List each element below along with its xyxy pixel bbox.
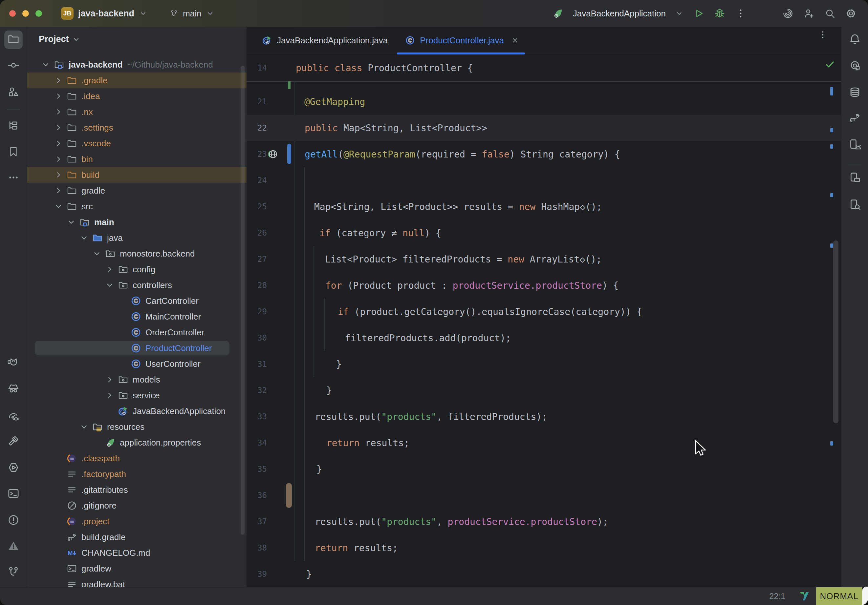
chevron-down-icon[interactable]: [79, 421, 90, 432]
chevron-down-icon[interactable]: [66, 217, 77, 228]
code-line-39[interactable]: 39 }: [246, 561, 841, 587]
notifications-bell-button[interactable]: [846, 31, 864, 49]
code-line-21[interactable]: 21 @GetMapping: [246, 88, 841, 115]
tree-item-gradlew.bat[interactable]: gradlew.bat: [27, 576, 246, 587]
tree-item-.nx[interactable]: .nx: [27, 104, 246, 120]
tree-item-MainController[interactable]: C MainController: [27, 309, 246, 325]
code-line-22[interactable]: 22 public Map<String, List<Product>>: [246, 115, 841, 141]
gutter[interactable]: 35: [246, 456, 296, 482]
code-line-28[interactable]: 28 for (Product product : productService…: [246, 272, 841, 299]
profiler-tool-button[interactable]: [4, 407, 23, 426]
settings-gear-icon[interactable]: [845, 8, 857, 19]
chevron-right-icon[interactable]: [53, 185, 64, 196]
code-line-36[interactable]: 36: [246, 482, 841, 509]
code-line-34[interactable]: 34 return results;: [246, 430, 841, 456]
structure-tool-button[interactable]: [4, 84, 23, 102]
chevron-down-icon[interactable]: [71, 35, 81, 44]
gradle-tool-button[interactable]: [846, 109, 864, 128]
gutter[interactable]: 21: [246, 88, 296, 115]
device-manager-button[interactable]: [846, 136, 864, 154]
code-with-me-add-user-icon[interactable]: [803, 8, 815, 19]
tree-item-bin[interactable]: bin: [27, 151, 246, 167]
ideavim-icon[interactable]: [798, 590, 810, 602]
code-line-37[interactable]: 37 results.put("products", productServic…: [246, 509, 841, 535]
gutter[interactable]: 22: [246, 115, 296, 141]
code-viewport[interactable]: 21 @GetMapping 22 public Map<String, Lis…: [246, 81, 841, 587]
more-tools-button[interactable]: [4, 169, 23, 187]
tree-item-java[interactable]: java: [27, 230, 246, 246]
code-line-23[interactable]: 23 getAll(@RequestParam(required = false…: [246, 141, 841, 167]
project-panel-title[interactable]: Project: [39, 34, 69, 44]
code-line-30[interactable]: 30 filteredProducts.add(product);: [246, 325, 841, 351]
code-line-29[interactable]: 29 if (product.getCategory().equalsIgnor…: [246, 299, 841, 325]
ai-assistant-icon[interactable]: [782, 8, 794, 19]
chevron-right-icon[interactable]: [53, 169, 64, 181]
tree-item-JavaBackendApplication[interactable]: JavaBackendApplication: [27, 403, 246, 419]
error-stripe-mark[interactable]: [830, 193, 833, 197]
tree-item-.idea[interactable]: .idea: [27, 88, 246, 104]
ai-assistant-chat-button[interactable]: [846, 57, 864, 76]
terminal-tool-button[interactable]: [4, 485, 23, 503]
error-stripe-mark[interactable]: [830, 87, 833, 96]
chevron-down-icon[interactable]: [91, 248, 102, 259]
gutter[interactable]: 32: [246, 377, 296, 404]
device-explorer-button[interactable]: [846, 196, 864, 214]
tree-item-gradle[interactable]: gradle: [27, 183, 246, 198]
tree-item-.settings[interactable]: .settings: [27, 120, 246, 136]
tree-item-.project[interactable]: .project: [27, 514, 246, 529]
tree-item-OrderController[interactable]: C OrderController: [27, 325, 246, 340]
tree-item-models[interactable]: models: [27, 372, 246, 387]
chevron-right-icon[interactable]: [53, 122, 64, 133]
tree-item-ProductController[interactable]: C ProductController: [27, 340, 246, 356]
tree-item-.vscode[interactable]: .vscode: [27, 136, 246, 151]
hierarchy-tool-button[interactable]: [4, 117, 23, 135]
warnings-tool-button[interactable]: [4, 537, 23, 556]
chevron-right-icon[interactable]: [53, 153, 64, 165]
problems-tool-button[interactable]: [4, 512, 23, 530]
chevron-down-icon[interactable]: [79, 232, 90, 243]
gutter[interactable]: 29: [246, 299, 296, 325]
code-line-35[interactable]: 35 }: [246, 456, 841, 482]
tree-item-build[interactable]: build: [27, 167, 246, 183]
tree-item-config[interactable]: config: [27, 261, 246, 277]
incognito-tool-button[interactable]: [4, 380, 23, 398]
chevron-right-icon[interactable]: [53, 106, 64, 118]
chevron-right-icon[interactable]: [53, 75, 64, 86]
tree-item-CartController[interactable]: C CartController: [27, 293, 246, 309]
inspections-ok-checkmark-icon[interactable]: [824, 59, 836, 70]
chevron-right-icon[interactable]: [104, 390, 115, 401]
rest-endpoint-globe-icon[interactable]: [267, 148, 279, 160]
error-stripe-mark[interactable]: [830, 243, 833, 248]
chevron-right-icon[interactable]: [104, 264, 115, 275]
github-copilot-cat-button[interactable]: [4, 354, 23, 373]
error-stripe-mark[interactable]: [830, 144, 833, 149]
gutter[interactable]: 26: [246, 220, 296, 246]
chevron-down-icon[interactable]: [53, 201, 64, 212]
vim-mode-badge[interactable]: NORMAL: [816, 587, 862, 605]
run-configuration-selector[interactable]: JavaBackendApplication: [573, 9, 666, 19]
tree-item-main[interactable]: main: [27, 214, 246, 230]
editor-scrollbar[interactable]: [833, 240, 839, 423]
run-button[interactable]: [693, 8, 705, 19]
close-window-button[interactable]: [9, 10, 16, 17]
gutter[interactable]: 25: [246, 193, 296, 220]
gutter[interactable]: 38: [246, 535, 296, 561]
tree-item-.classpath[interactable]: .classpath: [27, 450, 246, 466]
code-line-32[interactable]: 32 }: [246, 377, 841, 404]
tree-item-resources[interactable]: resources: [27, 419, 246, 435]
error-stripe-mark[interactable]: [830, 128, 833, 132]
editor-tab[interactable]: JavaBackendApplication.java: [253, 27, 396, 54]
search-everywhere-icon[interactable]: [824, 8, 836, 19]
build-tool-button[interactable]: [4, 433, 23, 451]
running-devices-button[interactable]: [846, 169, 864, 187]
tab-options-kebab-icon[interactable]: [817, 29, 828, 40]
services-tool-button[interactable]: [4, 459, 23, 477]
gutter[interactable]: 34: [246, 430, 296, 456]
caret-position-widget[interactable]: 22:1: [769, 591, 785, 601]
chevron-down-icon[interactable]: [104, 280, 115, 291]
gutter[interactable]: 24: [246, 167, 296, 193]
git-tool-button[interactable]: [4, 563, 23, 582]
commit-tool-button[interactable]: [4, 57, 23, 75]
project-tree-scrollbar[interactable]: [241, 66, 245, 535]
gutter[interactable]: 37: [246, 509, 296, 535]
